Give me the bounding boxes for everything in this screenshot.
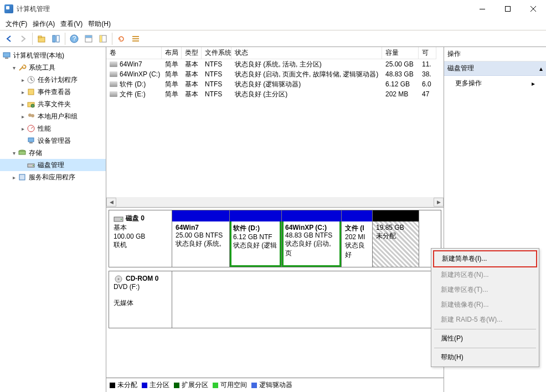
action-more-label: 更多操作: [455, 79, 482, 88]
svg-rect-16: [132, 40, 139, 42]
drive-icon: [110, 61, 117, 67]
volume-row[interactable]: 64Win7简单基本NTFS状态良好 (系统, 活动, 主分区)25.00 GB…: [106, 59, 444, 69]
chevron-right-icon[interactable]: ▸: [19, 89, 27, 95]
ctx-help[interactable]: 帮助(H): [433, 350, 537, 365]
tree-device-manager[interactable]: 设备管理器: [0, 135, 106, 147]
chevron-right-icon[interactable]: ▸: [19, 114, 27, 120]
scroll-left-icon[interactable]: ◀: [106, 198, 116, 207]
toolbar: ?: [0, 30, 546, 47]
tree-label: 存储: [29, 148, 42, 158]
maximize-button[interactable]: [495, 0, 521, 18]
tree-root-label: 计算机管理(本地): [13, 51, 64, 60]
svg-rect-13: [100, 35, 102, 42]
chevron-down-icon[interactable]: ▾: [10, 150, 18, 156]
tree-shared-folders[interactable]: ▸ 共享文件夹: [0, 98, 106, 110]
clock-icon: [27, 75, 35, 84]
partition[interactable]: 文件 (I 202 MI 状态良好: [342, 210, 373, 267]
h-scrollbar[interactable]: ◀ ▶: [106, 197, 444, 207]
storage-icon: [18, 148, 27, 157]
menu-file[interactable]: 文件(F): [3, 18, 29, 30]
tree-performance[interactable]: ▸ 性能: [0, 122, 106, 135]
col-free[interactable]: 可: [419, 47, 436, 59]
device-icon: [27, 136, 35, 145]
svg-rect-27: [29, 142, 33, 143]
col-layout[interactable]: 布局: [162, 47, 182, 59]
tree-label: 本地用户和组: [38, 112, 78, 121]
refresh-button[interactable]: [115, 32, 128, 45]
partition[interactable]: 64WinXP (C:) 48.83 GB NTFS 状态良好 (启动, 页: [282, 210, 342, 267]
forward-button[interactable]: [17, 32, 30, 45]
ctx-new-spanned: 新建跨区卷(N)...: [433, 267, 537, 282]
svg-point-22: [31, 104, 34, 107]
tree-services-apps[interactable]: ▸ 服务和应用程序: [0, 171, 106, 183]
svg-rect-10: [85, 35, 92, 38]
window-title: 计算机管理: [17, 4, 470, 14]
volume-list: 卷 布局 类型 文件系统 状态 容量 可 64Win7简单基本NTFS状态良好 …: [106, 47, 444, 208]
disk-panel: 磁盘 0 基本 100.00 GB 联机 64Win7 25.00 GB NTF…: [106, 208, 444, 378]
tree-disk-management[interactable]: 磁盘管理: [0, 159, 106, 171]
chevron-down-icon[interactable]: ▾: [10, 65, 18, 71]
ctx-new-striped: 新建带区卷(T)...: [433, 282, 537, 297]
partition[interactable]: 64Win7 25.00 GB NTFS 状态良好 (系统,: [172, 210, 230, 267]
legend-extended: 扩展分区: [182, 380, 208, 390]
view-button[interactable]: [82, 32, 95, 45]
scroll-right-icon[interactable]: ▶: [434, 198, 444, 207]
help-button[interactable]: ?: [68, 32, 81, 45]
settings-button[interactable]: [96, 32, 110, 45]
svg-rect-4: [53, 35, 55, 42]
minimize-button[interactable]: [470, 0, 495, 18]
ctx-new-simple[interactable]: 新建简单卷(I)...: [433, 250, 537, 267]
ctx-new-raid5: 新建 RAID-5 卷(W)...: [433, 312, 537, 327]
list-button[interactable]: [129, 32, 142, 45]
partition[interactable]: 软件 (D:) 6.12 GB NTF 状态良好 (逻辑: [230, 210, 282, 267]
menu-action[interactable]: 操作(A): [30, 18, 57, 30]
drive-icon: [110, 71, 117, 77]
tree-label: 共享文件夹: [38, 100, 71, 109]
chevron-right-icon[interactable]: ▸: [19, 77, 27, 83]
disk-row: CD-ROM 0 DVD (F:) 无媒体: [109, 271, 441, 328]
volume-rows: 64Win7简单基本NTFS状态良好 (系统, 活动, 主分区)25.00 GB…: [106, 59, 444, 197]
computer-icon: [2, 51, 11, 60]
tree-system-tools[interactable]: ▾ 系统工具: [0, 61, 106, 74]
svg-text:?: ?: [73, 35, 76, 43]
ctx-properties[interactable]: 属性(P): [433, 331, 537, 346]
chevron-right-icon[interactable]: ▸: [19, 126, 27, 132]
col-fs[interactable]: 文件系统: [202, 47, 231, 59]
col-capacity[interactable]: 容量: [382, 47, 419, 59]
action-more[interactable]: 更多操作 ▸: [444, 76, 546, 91]
partition[interactable]: 19.85 GB 未分配: [373, 210, 419, 267]
volume-row[interactable]: 文件 (E:)简单基本NTFS状态良好 (主分区)202 MB47: [106, 89, 444, 99]
col-status[interactable]: 状态: [231, 47, 382, 59]
disk-partitions: [172, 271, 441, 328]
col-volume[interactable]: 卷: [106, 47, 162, 59]
users-icon: [27, 112, 35, 121]
drive-icon: [110, 91, 117, 97]
show-hide-button[interactable]: [49, 32, 63, 45]
back-button[interactable]: [2, 32, 16, 45]
volume-row[interactable]: 64WinXP (C:)简单基本NTFS状态良好 (启动, 页面文件, 故障转储…: [106, 69, 444, 79]
disk-row: 磁盘 0 基本 100.00 GB 联机 64Win7 25.00 GB NTF…: [109, 210, 441, 267]
svg-rect-3: [38, 36, 42, 38]
tree-label: 性能: [38, 124, 51, 133]
chevron-right-icon[interactable]: ▸: [19, 101, 27, 107]
tree-root[interactable]: 计算机管理(本地): [0, 49, 106, 61]
up-button[interactable]: [35, 32, 48, 45]
volume-row[interactable]: 软件 (D:)简单基本NTFS状态良好 (逻辑驱动器)6.12 GB6.0: [106, 79, 444, 89]
performance-icon: [27, 124, 35, 133]
vol-name: 64WinXP (C:): [120, 70, 160, 78]
col-type[interactable]: 类型: [182, 47, 202, 59]
svg-rect-32: [19, 174, 25, 180]
vol-name: 64Win7: [120, 60, 142, 68]
svg-rect-15: [132, 38, 139, 39]
action-subheader[interactable]: 磁盘管理 ▴: [444, 61, 546, 76]
tree-task-scheduler[interactable]: ▸ 任务计划程序: [0, 74, 106, 86]
close-button[interactable]: [521, 0, 546, 18]
tree-event-viewer[interactable]: ▸ 事件查看器: [0, 86, 106, 98]
menu-help[interactable]: 帮助(H): [86, 18, 113, 30]
tree-local-users[interactable]: ▸ 本地用户和组: [0, 110, 106, 122]
tree-storage[interactable]: ▾ 存储: [0, 147, 106, 159]
disk-icon: [114, 275, 123, 283]
volume-header: 卷 布局 类型 文件系统 状态 容量 可: [106, 47, 444, 59]
menu-view[interactable]: 查看(V): [58, 18, 85, 30]
chevron-right-icon[interactable]: ▸: [10, 174, 18, 180]
